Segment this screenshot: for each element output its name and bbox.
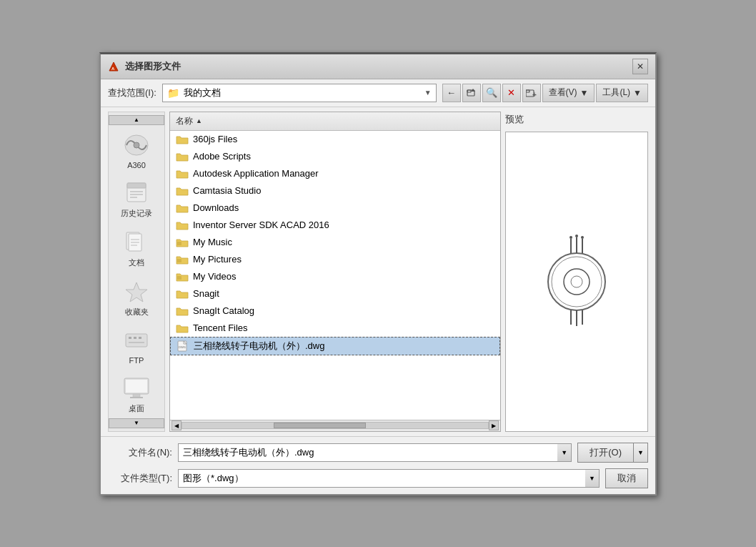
back-button[interactable]: ← [442,84,461,102]
filetype-input[interactable] [178,469,600,488]
item-name: My Music [193,237,232,247]
combo-arrow-icon: ▼ [424,89,432,97]
svg-text:A: A [111,66,115,71]
sidebar-item-a360-label: A360 [127,161,146,169]
svg-point-46 [575,235,578,237]
item-name: 三相绕线转子电动机（外）.dwg [194,340,324,353]
item-name: Adobe Scripts [193,151,251,162]
svg-point-47 [581,236,584,239]
view-arrow-icon: ▼ [580,88,589,98]
svg-point-37 [564,269,590,295]
list-item-selected[interactable]: DWG 三相绕线转子电动机（外）.dwg [170,337,500,355]
bottom-area: 文件名(N): ▼ 打开(O) ▼ 文件类型(T): ▼ 取消 [101,436,655,494]
sidebar-item-desktop[interactable]: 桌面 [109,369,164,418]
list-item[interactable]: 360js Files [170,131,500,148]
filetype-input-wrapper: ▼ [178,469,600,488]
item-name: Inventor Server SDK ACAD 2016 [193,220,329,230]
svg-rect-28 [133,394,140,397]
item-name: Snagit [193,288,219,299]
file-area: 名称 ▲ 360js Files [169,112,501,432]
sidebar-item-desktop-label: 桌面 [129,403,144,414]
scroll-left-btn[interactable]: ◀ [171,420,181,430]
list-item[interactable]: Snagit [170,285,500,302]
folder-icon [176,322,189,335]
special-folder-icon [176,236,189,249]
open-btn-arrow[interactable]: ▼ [634,443,648,463]
scroll-thumb[interactable] [274,423,365,428]
svg-point-36 [552,257,602,307]
item-name: My Videos [193,271,236,282]
list-item[interactable]: SnagIt Catalog [170,302,500,320]
list-item[interactable]: Tencent Files [170,320,500,337]
svg-rect-22 [129,337,131,339]
sidebar: ▲ A360 [108,112,165,432]
delete-button[interactable]: ✕ [502,84,521,102]
list-item[interactable]: My Music [170,234,500,251]
horizontal-scrollbar[interactable]: ◀ ▶ [170,420,500,431]
search-button[interactable]: 🔍 [482,84,501,102]
preview-label: 预览 [505,112,648,127]
toolbar-label: 查找范围(I): [108,87,156,99]
sidebar-item-favorites[interactable]: 收藏夹 [109,272,164,322]
sidebar-scroll-down[interactable]: ▼ [109,418,164,428]
view-button[interactable]: 查看(V) ▼ [542,84,595,102]
folder-icon [176,202,189,215]
open-button[interactable]: 打开(O) [577,443,634,463]
svg-rect-21 [126,334,147,347]
file-panel: 名称 ▲ 360js Files [169,112,501,432]
svg-rect-6 [526,90,529,92]
scroll-track[interactable] [181,422,489,429]
list-item[interactable]: Autodesk Application Manager [170,165,500,182]
main-dialog: A 选择图形文件 ✕ 查找范围(I): 📁 我的文档 ▼ ← 🔍 ✕ [99,52,657,496]
sidebar-item-ftp-label: FTP [129,356,144,365]
cancel-button[interactable]: 取消 [605,468,648,488]
newfolder-button[interactable]: + [522,84,541,102]
sidebar-item-history[interactable]: 历史记录 [109,174,164,223]
item-name: 360js Files [193,134,237,144]
special-folder-icon [176,270,189,283]
tools-arrow-icon: ▼ [633,88,642,98]
svg-point-45 [570,236,572,239]
svg-marker-20 [126,282,147,302]
list-item[interactable]: Camtasia Studio [170,182,500,199]
sidebar-item-docs[interactable]: 文档 [109,223,164,272]
svg-text:+: + [532,91,537,98]
special-folder-icon [176,253,189,266]
sidebar-item-docs-label: 文档 [129,257,144,268]
tools-button[interactable]: 工具(L) ▼ [596,84,648,102]
preview-area: 预览 [505,112,648,432]
svg-rect-11 [127,183,146,188]
close-button[interactable]: ✕ [632,59,648,74]
path-combo-text: 我的文档 [184,87,420,99]
svg-point-38 [571,276,582,287]
sidebar-item-a360[interactable]: A360 [109,127,164,174]
list-item[interactable]: My Pictures [170,251,500,268]
folder-icon [176,305,189,317]
svg-rect-31 [177,259,181,262]
list-item[interactable]: Inventor Server SDK ACAD 2016 [170,217,500,234]
sidebar-scroll-up[interactable]: ▲ [109,115,164,125]
newfolder-icon: + [526,88,537,98]
scroll-right-btn[interactable]: ▶ [489,420,499,430]
file-list[interactable]: 360js Files Adobe Scripts [170,131,500,420]
item-name: Autodesk Application Manager [193,168,319,179]
open-btn-group: 打开(O) ▼ [577,443,648,463]
toolbar-buttons: ← 🔍 ✕ + 查看(V) ▼ [442,84,648,102]
list-item[interactable]: Downloads [170,199,500,217]
up-button[interactable] [462,84,481,102]
item-name: Downloads [193,202,239,213]
history-icon [122,179,151,205]
sidebar-item-ftp[interactable]: FTP [109,322,164,369]
a360-icon [122,132,151,158]
favorites-icon [122,278,151,304]
filename-input[interactable] [178,443,572,462]
filename-input-wrapper: ▼ [178,443,572,462]
filename-dropdown-btn[interactable]: ▼ [557,443,572,462]
list-item[interactable]: My Videos [170,268,500,285]
filetype-dropdown-btn[interactable]: ▼ [585,469,600,488]
svg-rect-32 [177,276,181,280]
path-combo[interactable]: 📁 我的文档 ▼ [162,84,437,102]
list-item[interactable]: Adobe Scripts [170,148,500,165]
up-icon [467,88,477,98]
svg-point-9 [134,142,139,148]
